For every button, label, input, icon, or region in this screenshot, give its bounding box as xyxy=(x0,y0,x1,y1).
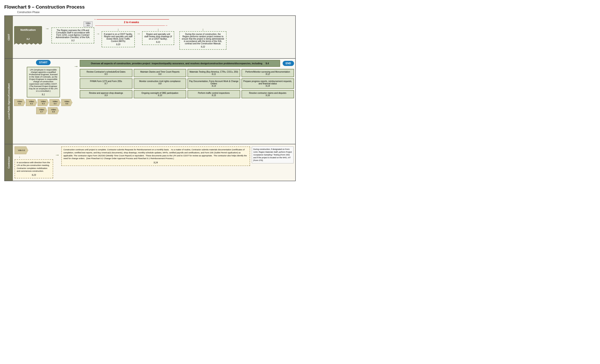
contractor-label: Contractor xyxy=(5,144,13,181)
contractor-923-number: 9.23 xyxy=(17,174,51,177)
video-98: Video9.8 xyxy=(48,107,59,114)
task-913-num: 9.13 xyxy=(189,85,239,87)
task-97-text: FHWA Form 1273 and Form 205s xyxy=(81,80,131,82)
task-912: Perform/Monitor surveying and Monumentat… xyxy=(242,69,294,77)
task-914: Prepare progress reports, reimbursement … xyxy=(242,78,294,89)
task-914-num: 9.14 xyxy=(243,85,293,87)
start-button[interactable]: START xyxy=(36,60,50,65)
notification-box: Notification 9.2 xyxy=(14,26,42,42)
video-94: Video9.4 xyxy=(49,99,61,106)
oversee-bar: Oversee all aspects of construction, pro… xyxy=(80,60,280,67)
cdot-922-number: 9.22 xyxy=(181,46,224,48)
contractor-box-923: In accordance with direction from the LP… xyxy=(15,159,53,178)
task-grid: Review Contractor's schedule/End Dates 9… xyxy=(80,69,294,98)
task-915-text: Perform traffic control inspections xyxy=(189,92,239,94)
task-98-text: Monitor construction /civil rights compl… xyxy=(135,80,185,82)
task-95-num: 9.5 xyxy=(81,73,131,75)
video-96: Video9.6 xyxy=(61,99,72,106)
task-910: Ongoing oversight of DBE participation 9… xyxy=(134,90,187,98)
page-title: Flowchart 9 – Construction Process xyxy=(4,4,296,10)
task-916-num: 9.16 xyxy=(243,94,293,97)
flowchart: CDOT Notification 9.2 → Video9.9 xyxy=(4,15,296,181)
task-98: Monitor construction /civil rights compl… xyxy=(134,78,187,89)
task-97-num: 9.7 xyxy=(81,82,131,85)
lpa-row: Local Public Agency/Consultant START LPA… xyxy=(5,59,295,144)
task-915-num: 9.15 xyxy=(189,94,239,97)
task-96: Maintain Diaries and Time Count Reports … xyxy=(134,69,187,77)
task-915: Perform traffic control inspections 9.15 xyxy=(188,90,240,98)
task-912-text: Perform/Monitor surveying and Monumentat… xyxy=(243,71,293,73)
lpa-box-91: LPA (employee in responsible charge) app… xyxy=(27,67,60,97)
task-910-text: Ongoing oversight of DBE participation xyxy=(135,92,185,94)
cdot-921-text: Region and specialty unit staff review s… xyxy=(144,33,172,40)
cdot-93-number: 9.3 xyxy=(54,39,92,42)
contractor-note: During construction, if designated on Fo… xyxy=(252,146,294,163)
task-95-text: Review Contractor's schedule/End Dates xyxy=(81,71,131,73)
cdot-row: CDOT Notification 9.2 → Video9.9 xyxy=(5,16,295,59)
contractor-note-text: During construction, if designated on Fo… xyxy=(253,148,292,162)
contractor-924-number: 9.24 xyxy=(63,161,248,164)
task-913: Pay Documentation, Force Account Work & … xyxy=(188,78,240,89)
weeks-text: 2 to 4 weeks xyxy=(124,21,139,24)
video-93: Video9.3 xyxy=(38,99,49,106)
cdot-box-93: The Region oversees the LPA and Consulta… xyxy=(51,27,94,44)
cdot-921-number: 9.21 xyxy=(144,41,172,43)
contractor-row: Contractor Vide 9.5 ↓ In accordance with… xyxy=(5,144,295,181)
vide-95-label: Vide 9.5 xyxy=(18,149,25,151)
cdot-box-922: During the course of construction, the R… xyxy=(179,31,226,50)
video-99-tag: Video9.9 xyxy=(84,21,93,27)
video-92: Video9.2 xyxy=(26,99,37,106)
task-914-text: Prepare progress reports, reimbursement … xyxy=(243,80,293,85)
contractor-924-text: Construction continues until project is … xyxy=(63,148,248,160)
cdot-box-920: If project is on a CDOT facility, Region… xyxy=(102,31,135,47)
task-95: Review Contractor's schedule/End Dates 9… xyxy=(80,69,132,77)
phase-label: Construction Phase xyxy=(4,11,296,14)
task-911-num: 9.11 xyxy=(189,73,239,75)
task-97: FHWA Form 1273 and Form 205s 9.7 xyxy=(80,78,132,89)
cdot-box-921: Region and specialty unit staff review s… xyxy=(142,31,174,45)
cdot-920-text: If project is on a CDOT facility, Region… xyxy=(104,33,133,42)
notification-number: 9.2 xyxy=(16,38,40,40)
weeks-label: ←—————————————————————————― xyxy=(94,18,169,21)
video-97: Video9.7 xyxy=(36,107,47,114)
end-button[interactable]: END xyxy=(283,61,294,66)
task-99-text: Review and approve shop drawings xyxy=(81,92,131,94)
video-91: Video9.1 xyxy=(14,99,25,106)
task-911: Materials Testing (Buy America, CTRs, CO… xyxy=(188,69,240,77)
vide-95-tag: Vide 9.5 xyxy=(15,146,28,154)
cdot-920-number: 9.20 xyxy=(104,43,133,46)
task-912-num: 9.12 xyxy=(243,73,293,75)
lpa-91-number: 9.1 xyxy=(29,93,58,96)
contractor-923-text: In accordance with direction from the LP… xyxy=(17,161,51,172)
task-99: Review and approve shop drawings 9.9 xyxy=(80,90,132,98)
contractor-content: Vide 9.5 ↓ In accordance with direction … xyxy=(13,144,295,181)
task-910-num: 9.10 xyxy=(135,94,185,97)
notification-title: Notification xyxy=(16,28,40,31)
task-916-text: Resolve contractor claims and disputes xyxy=(243,92,293,94)
task-916: Resolve contractor claims and disputes 9… xyxy=(242,90,294,98)
contractor-box-924: Construction continues until project is … xyxy=(61,146,250,166)
oversee-text: Oversee all aspects of construction, pro… xyxy=(91,62,269,65)
task-96-num: 9.6 xyxy=(135,73,185,75)
task-99-num: 9.9 xyxy=(81,94,131,97)
cdot-93-text: The Region oversees the LPA and Consulta… xyxy=(54,29,92,38)
lpa-label: Local Public Agency/Consultant xyxy=(5,59,13,144)
cdot-content: Notification 9.2 → Video9.9 ←———————————… xyxy=(13,16,295,58)
cdot-label: CDOT xyxy=(5,16,13,58)
task-98-num: 9.8 xyxy=(135,82,185,85)
task-911-text: Materials Testing (Buy America, CTRs, CO… xyxy=(189,71,239,73)
lpa-91-text: LPA (employee in responsible charge) app… xyxy=(29,69,58,92)
cdot-922-text: During the course of construction, the R… xyxy=(181,33,224,45)
task-913-text: Pay Documentation, Force Account Work & … xyxy=(189,80,239,85)
task-96-text: Maintain Diaries and Time Count Reports xyxy=(135,71,185,73)
lpa-content: START LPA (employee in responsible charg… xyxy=(13,59,295,144)
